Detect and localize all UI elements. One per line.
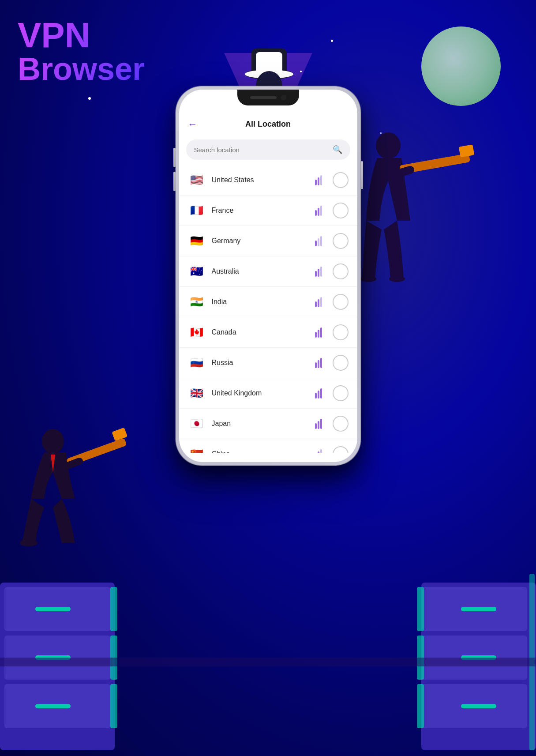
page-title: All Location bbox=[245, 120, 291, 129]
star-decoration bbox=[300, 71, 302, 72]
back-button[interactable]: ← bbox=[188, 119, 198, 130]
list-item[interactable]: 🇮🇳India bbox=[179, 287, 357, 317]
phone-notch bbox=[237, 90, 299, 105]
signal-indicator bbox=[315, 419, 322, 429]
flag-icon: 🇯🇵 bbox=[188, 415, 206, 433]
signal-indicator bbox=[315, 449, 322, 453]
location-toggle[interactable] bbox=[333, 385, 349, 401]
country-name: United Kingdom bbox=[212, 389, 309, 397]
signal-indicator bbox=[315, 388, 322, 399]
flag-icon: 🇦🇺 bbox=[188, 263, 206, 280]
flag-icon: 🇨🇦 bbox=[188, 323, 206, 341]
signal-indicator bbox=[315, 358, 322, 368]
search-input[interactable] bbox=[194, 146, 328, 154]
location-toggle[interactable] bbox=[333, 172, 349, 188]
location-toggle[interactable] bbox=[333, 324, 349, 340]
browser-label: Browser bbox=[18, 53, 145, 85]
location-toggle[interactable] bbox=[333, 416, 349, 432]
country-name: Germany bbox=[212, 237, 309, 245]
moon-decoration bbox=[421, 26, 501, 106]
country-name: United States bbox=[212, 176, 309, 184]
flag-icon: 🇨🇳 bbox=[188, 445, 206, 453]
list-item[interactable]: 🇷🇺Russia bbox=[179, 348, 357, 378]
location-toggle[interactable] bbox=[333, 203, 349, 218]
list-item[interactable]: 🇯🇵Japan bbox=[179, 409, 357, 439]
speaker bbox=[250, 96, 277, 99]
app-title: VPN Browser bbox=[18, 18, 145, 85]
flag-icon: 🇺🇸 bbox=[188, 171, 206, 189]
country-name: Japan bbox=[212, 420, 309, 428]
list-item[interactable]: 🇬🇧United Kingdom bbox=[179, 378, 357, 409]
location-toggle[interactable] bbox=[333, 355, 349, 371]
signal-indicator bbox=[315, 206, 322, 216]
volume-down-button bbox=[173, 172, 176, 191]
location-toggle[interactable] bbox=[333, 263, 349, 279]
search-bar[interactable]: 🔍 bbox=[186, 139, 350, 160]
country-name: China bbox=[212, 450, 309, 453]
star-decoration bbox=[380, 132, 382, 134]
country-name: France bbox=[212, 207, 309, 214]
star-decoration bbox=[88, 97, 91, 100]
list-item[interactable]: 🇺🇸United States bbox=[179, 165, 357, 196]
flag-icon: 🇬🇧 bbox=[188, 384, 206, 402]
flag-icon: 🇷🇺 bbox=[188, 354, 206, 372]
search-icon: 🔍 bbox=[333, 145, 342, 154]
signal-indicator bbox=[315, 175, 322, 185]
flag-icon: 🇫🇷 bbox=[188, 202, 206, 219]
list-item[interactable]: 🇦🇺Australia bbox=[179, 256, 357, 287]
signal-indicator bbox=[315, 267, 322, 277]
list-item[interactable]: 🇫🇷France bbox=[179, 196, 357, 226]
location-toggle[interactable] bbox=[333, 294, 349, 310]
list-item[interactable]: 🇨🇦Canada bbox=[179, 317, 357, 348]
phone-device: ← All Location 🔍 🇺🇸United States🇫🇷France… bbox=[176, 86, 361, 695]
flag-icon: 🇮🇳 bbox=[188, 293, 206, 311]
list-item[interactable]: 🇩🇪Germany bbox=[179, 226, 357, 256]
camera bbox=[281, 95, 286, 100]
volume-up-button bbox=[173, 148, 176, 167]
vpn-label: VPN bbox=[18, 18, 145, 53]
flag-icon: 🇩🇪 bbox=[188, 232, 206, 250]
country-name: Canada bbox=[212, 328, 309, 336]
location-toggle[interactable] bbox=[333, 446, 349, 453]
signal-indicator bbox=[315, 297, 322, 307]
signal-indicator bbox=[315, 236, 322, 246]
location-toggle[interactable] bbox=[333, 233, 349, 249]
power-button bbox=[361, 161, 363, 189]
signal-indicator bbox=[315, 327, 322, 338]
list-item[interactable]: 🇨🇳China bbox=[179, 439, 357, 453]
location-list: 🇺🇸United States🇫🇷France🇩🇪Germany🇦🇺Austra… bbox=[179, 165, 357, 453]
country-name: Australia bbox=[212, 267, 309, 275]
app-header: ← All Location bbox=[179, 113, 357, 136]
country-name: Russia bbox=[212, 359, 309, 367]
country-name: India bbox=[212, 298, 309, 306]
star-decoration bbox=[331, 40, 333, 42]
